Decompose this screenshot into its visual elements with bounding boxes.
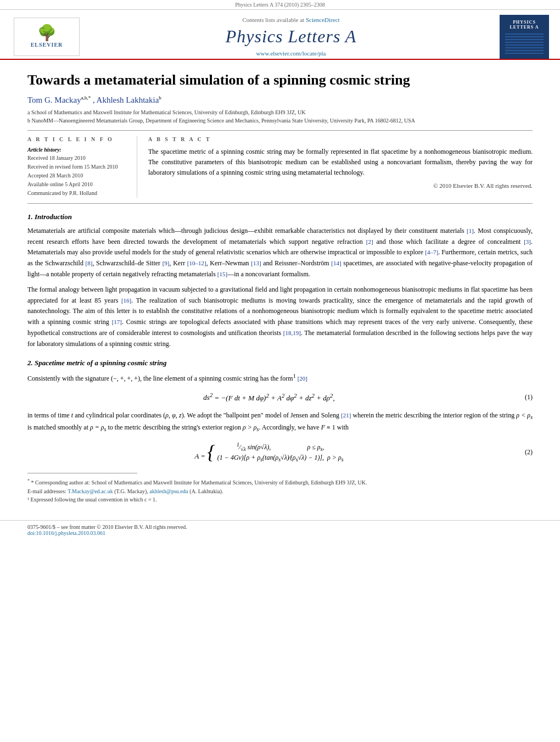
copyright: © 2010 Elsevier B.V. All rights reserved… — [148, 182, 533, 189]
eq1-equals: = −(F dt + M dφ)2 + A2 dφ2 + dz2 + dρ2, — [215, 394, 335, 402]
info-abstract-section: A R T I C L E I N F O Article history: R… — [27, 136, 533, 198]
footnote-star-text: * Corresponding author at: School of Mat… — [31, 480, 367, 486]
paper-title: Towards a metamaterial simulation of a s… — [27, 71, 533, 90]
received-date: Received 18 January 2010 — [27, 154, 128, 163]
abstract-text: The spacetime metric of a spinning cosmi… — [148, 147, 533, 178]
section1-title: 1. Introduction — [27, 213, 533, 221]
footnote-star-sup: * — [27, 478, 30, 483]
ref2: [2] — [366, 238, 373, 245]
journal-logo-text: PHYSICS LETTERS A — [502, 20, 546, 30]
accepted-date: Accepted 28 March 2010 — [27, 171, 128, 180]
affiliations: a School of Mathematics and Maxwell Inst… — [27, 108, 533, 125]
abstract-col: A B S T R A C T The spacetime metric of … — [148, 136, 533, 198]
footnote-email: E-mail addresses: T.Mackay@ed.ac.uk (T.G… — [27, 487, 533, 495]
var-t: t — [71, 411, 73, 419]
section1-number: 1. — [27, 213, 33, 221]
doi-link[interactable]: doi:10.1016/j.physleta.2010.03.061 — [27, 530, 105, 536]
footnote-star: * * Corresponding author at: School of M… — [27, 478, 533, 487]
eq1-number: (1) — [511, 393, 533, 401]
revised-date: Received in revised form 15 March 2010 — [27, 163, 128, 171]
journal-logo-decoration — [505, 32, 544, 54]
section2-number: 2. — [27, 359, 33, 367]
case2-expr: (1 − 4Gν)[ρ + ρs(tan(ρs√λ)⁄(ρs√λ) − 1)], — [217, 454, 327, 461]
footnote1: ¹ Expressed following the usual conventi… — [27, 495, 533, 504]
ref8: [8] — [86, 260, 93, 266]
ref20: [20] — [298, 375, 307, 382]
main-content: Towards a metamaterial simulation of a s… — [0, 60, 560, 515]
ref21: [21] — [341, 412, 351, 419]
elsevier-tree-icon: 🌳 — [37, 25, 57, 41]
elsevier-logo-area: 🌳 ELSEVIER — [11, 18, 82, 56]
case2-cond: ρ > ρs — [327, 454, 344, 461]
intro-para2: The formal analogy between light propaga… — [27, 284, 533, 350]
abstract-title: A B S T R A C T — [148, 136, 533, 142]
ref1: [1] — [467, 227, 474, 234]
piecewise-case2: (1 − 4Gν)[ρ + ρs(tan(ρs√λ)⁄(ρs√λ) − 1)],… — [217, 454, 344, 462]
email1-link[interactable]: T.Mackay@ed.ac.uk — [68, 488, 113, 494]
author2-name: , Akhlesh Lakhtakia — [93, 96, 159, 104]
author2-sup: b — [159, 95, 161, 101]
elsevier-label: ELSEVIER — [31, 42, 63, 48]
section2-intro: Consistently with the signature (−, +, +… — [27, 372, 533, 384]
article-info-title: A R T I C L E I N F O — [27, 136, 128, 142]
var-rho-eq: ρ = ρs — [90, 423, 107, 431]
ref14: [14] — [331, 260, 341, 266]
bottom-bar: 0375-9601/$ – see front matter © 2010 El… — [0, 520, 560, 539]
contents-text: Contents lists available at — [242, 16, 304, 23]
var-phi: φ — [172, 411, 176, 419]
sciencedirect-link[interactable]: ScienceDirect — [306, 16, 340, 23]
history-title: Article history: — [27, 147, 128, 153]
ref18-19: [18,19] — [283, 330, 301, 336]
intro-para1: Metamaterials are artificial composite m… — [27, 226, 533, 280]
authors-line: Tom G. Mackaya,b,* , Akhlesh Lakhtakiab — [27, 95, 533, 105]
journal-center: Contents lists available at ScienceDirec… — [82, 14, 500, 59]
communicated-by: Communicated by P.R. Holland — [27, 189, 128, 198]
ref17: [17] — [112, 319, 122, 325]
piecewise-case1: 1⁄√λ sin(ρ√λ), ρ ≤ ρs, — [217, 442, 344, 452]
issn-line: 0375-9601/$ – see front matter © 2010 El… — [27, 524, 533, 530]
journal-url[interactable]: www.elsevier.com/locate/pla — [93, 50, 489, 57]
brace-icon: { — [207, 442, 215, 462]
eq2-number: (2) — [511, 448, 533, 456]
section2-label: Spacetime metric of a spinning cosmic st… — [35, 359, 167, 367]
footnote-divider — [27, 473, 137, 473]
elsevier-logo-box: 🌳 ELSEVIER — [14, 18, 80, 56]
var-rho-lt: ρ < ρs — [516, 411, 533, 419]
ref15: [15] — [217, 271, 227, 277]
page: Physics Letters A 374 (2010) 2305–2308 🌳… — [0, 0, 560, 742]
piecewise-expr: { 1⁄√λ sin(ρ√λ), ρ ≤ ρs, — [207, 442, 343, 462]
divider1 — [27, 130, 533, 131]
ref3: [3] — [524, 238, 531, 245]
email2-link[interactable]: akhlesh@psu.edu — [149, 488, 188, 494]
email-label: E-mail addresses: — [27, 488, 66, 494]
citation-text: Physics Letters A 374 (2010) 2305–2308 — [235, 2, 325, 8]
ref13: [13] — [251, 260, 261, 266]
contents-line: Contents lists available at ScienceDirec… — [93, 16, 489, 23]
eq1-text: ds — [203, 394, 210, 402]
section2-after-eq1: in terms of time t and cylindrical polar… — [27, 410, 533, 434]
article-info: A R T I C L E I N F O Article history: R… — [27, 136, 137, 198]
ref16: [16] — [121, 297, 131, 304]
section1-label: Introduction — [35, 213, 72, 221]
affil-a: a School of Mathematics and Maxwell Inst… — [27, 108, 533, 116]
author1-name: Tom G. Mackay — [27, 96, 81, 104]
equation-2-content: A = { 1⁄√λ sin(ρ√λ), ρ ≤ ρs, — [27, 442, 511, 462]
equation-1-content: ds2 = −(F dt + M dφ)2 + A2 dφ2 + dz2 + d… — [27, 392, 511, 402]
eq2-var-A: A — [194, 452, 199, 460]
var-z: z — [179, 411, 182, 419]
var-rho: ρ — [165, 411, 169, 419]
email1-name: (T.G. Mackay), — [114, 488, 148, 494]
var-F: F — [321, 423, 325, 431]
journal-title: Physics Letters A — [93, 26, 489, 47]
citation-bar: Physics Letters A 374 (2010) 2305–2308 — [0, 0, 560, 10]
ref10-12: [10–12] — [187, 260, 206, 266]
ref9: [9] — [163, 260, 170, 266]
var-rho-gt: ρ > ρs — [243, 423, 259, 431]
doi-line: doi:10.1016/j.physleta.2010.03.061 — [27, 530, 533, 536]
journal-logo-right: PHYSICS LETTERS A — [500, 15, 549, 59]
email2-name: (A. Lakhtakia). — [189, 488, 223, 494]
divider2 — [27, 203, 533, 204]
equation-2-block: A = { 1⁄√λ sin(ρ√λ), ρ ≤ ρs, — [27, 439, 533, 465]
affil-b: b NanoMM—Nanoengineered Metamaterials Gr… — [27, 116, 533, 125]
available-date: Available online 5 April 2010 — [27, 180, 128, 189]
